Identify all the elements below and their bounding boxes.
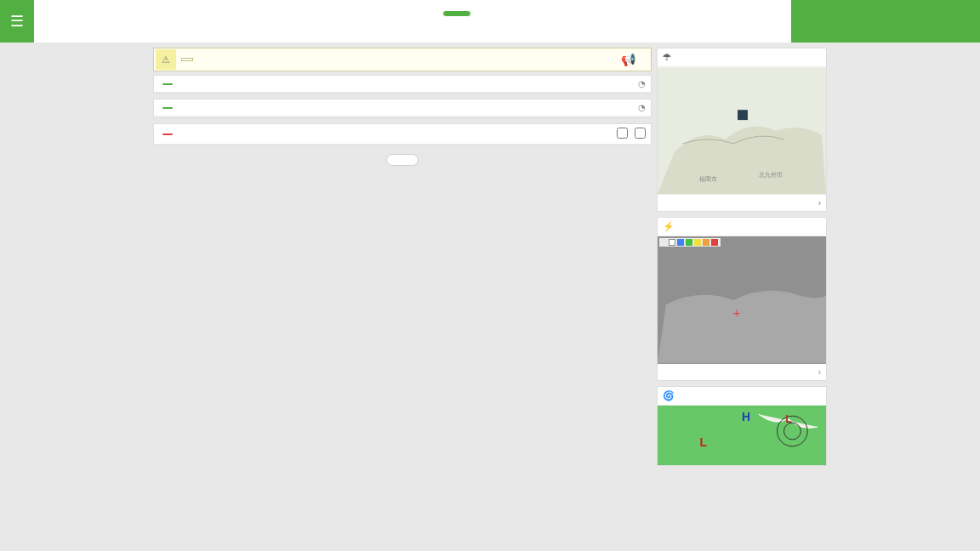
radar-map[interactable]: 福岡市北九州市 [658, 67, 826, 195]
radar-panel: ☂ 福岡市北九州市 › [657, 48, 827, 212]
svg-text:北九州市: 北九州市 [759, 172, 783, 178]
obs-legend-toggle[interactable]: ◔ [638, 79, 646, 88]
svg-text:L: L [700, 435, 708, 449]
svg-text:福岡市: 福岡市 [700, 176, 718, 182]
radar-more[interactable]: › [658, 195, 826, 211]
lightning-more[interactable]: › [658, 364, 826, 380]
customize-button[interactable] [386, 154, 419, 166]
svg-rect-1 [738, 110, 748, 120]
lightning-panel: ⚡ + › [657, 217, 827, 381]
megaphone-icon: 📢 [621, 53, 635, 66]
logout-button[interactable] [442, 10, 471, 17]
svg-text:+: + [733, 306, 740, 320]
menu-button[interactable]: ☰ [0, 0, 34, 43]
weathermap-panel: 🌀 HLL [657, 386, 827, 466]
weather-map[interactable]: HLL [658, 406, 826, 465]
warning-icon: ⚠ [156, 49, 176, 70]
obs-status-badge [162, 83, 173, 85]
svg-text:L: L [785, 413, 791, 425]
hourly-panel: ◔ [153, 99, 652, 118]
title-area [34, 0, 791, 43]
news-ticker[interactable]: 📢 [621, 53, 651, 66]
lightning-map[interactable]: + [658, 236, 826, 364]
svg-text:H: H [742, 410, 750, 423]
alert-badge[interactable] [181, 58, 193, 61]
observation-panel: ◔ [153, 75, 652, 94]
alert-bar: ⚠ 📢 [153, 48, 652, 71]
weekly-panel [153, 123, 652, 145]
